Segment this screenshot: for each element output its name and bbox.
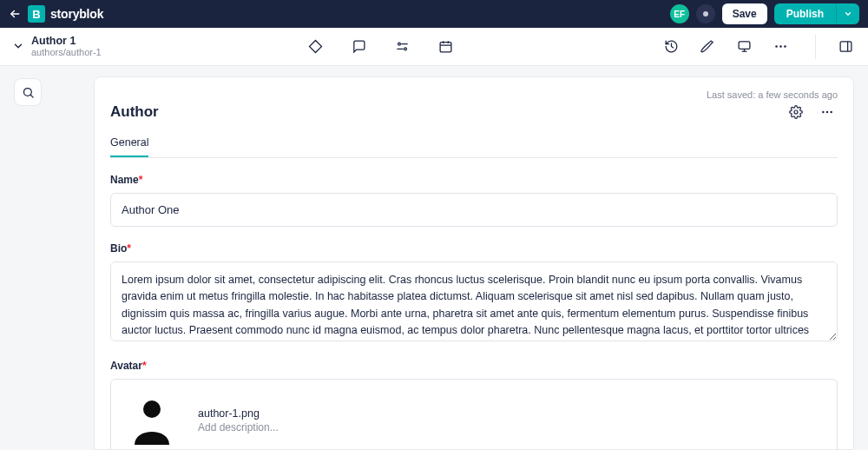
- desktop-preview-icon[interactable]: [733, 36, 754, 57]
- svg-point-15: [784, 45, 786, 48]
- content-type-title: Author: [110, 103, 159, 121]
- svg-point-4: [404, 48, 407, 50]
- avatar-asset[interactable]: author-1.png Add description...: [110, 379, 838, 450]
- svg-rect-10: [739, 42, 750, 50]
- field-bio-label: Bio*: [110, 242, 838, 255]
- brand-name: storyblok: [50, 7, 103, 21]
- content-panel: Last saved: a few seconds ago Author Gen…: [94, 76, 854, 450]
- toolbar-center-tools: [110, 36, 652, 57]
- search-button[interactable]: [14, 78, 42, 106]
- config-icon[interactable]: [392, 36, 413, 57]
- bio-textarea[interactable]: [110, 261, 838, 341]
- svg-point-13: [775, 45, 778, 48]
- field-name-label: Name*: [110, 174, 838, 186]
- tags-icon[interactable]: [306, 36, 326, 57]
- schedule-icon[interactable]: [436, 36, 457, 57]
- field-avatar: Avatar* author-1.png Add description...: [110, 360, 838, 450]
- toolbar-right-tools: [661, 35, 856, 59]
- entry-slug: authors/author-1: [31, 47, 102, 58]
- record-button[interactable]: [696, 4, 715, 23]
- brand-logo: B storyblok: [28, 5, 103, 23]
- field-name: Name*: [110, 174, 838, 227]
- avatar-description-placeholder[interactable]: Add description...: [198, 421, 279, 433]
- history-icon[interactable]: [661, 36, 681, 57]
- topbar: B storyblok EF Save Publish: [0, 0, 868, 28]
- panel-toggle-icon[interactable]: [835, 36, 856, 57]
- entry-expand-toggle[interactable]: [12, 40, 24, 52]
- avatar-filename: author-1.png: [198, 407, 279, 420]
- user-avatar[interactable]: EF: [670, 4, 689, 23]
- svg-point-24: [143, 400, 161, 418]
- svg-rect-6: [440, 43, 451, 52]
- draw-icon[interactable]: [697, 36, 718, 57]
- svg-point-23: [830, 111, 832, 113]
- editor-toolbar: Author 1 authors/author-1: [0, 28, 868, 66]
- record-dot-icon: [703, 11, 708, 17]
- more-icon[interactable]: [770, 36, 791, 57]
- tab-general[interactable]: General: [110, 131, 148, 157]
- last-saved-text: Last saved: a few seconds ago: [110, 89, 838, 100]
- svg-point-2: [398, 43, 401, 45]
- toolbar-divider: [815, 35, 816, 59]
- content-more-icon[interactable]: [817, 102, 838, 122]
- publish-dropdown-button[interactable]: [836, 3, 859, 24]
- publish-button-group: Publish: [774, 3, 859, 24]
- svg-point-20: [794, 110, 798, 114]
- publish-button[interactable]: Publish: [774, 3, 836, 24]
- svg-line-19: [30, 95, 33, 97]
- save-button[interactable]: Save: [722, 3, 767, 24]
- field-bio: Bio*: [110, 242, 838, 344]
- comments-icon[interactable]: [349, 36, 370, 57]
- name-input[interactable]: [110, 193, 838, 227]
- gear-icon[interactable]: [786, 102, 806, 122]
- avatar-thumbnail: [122, 390, 182, 450]
- brand-logo-icon: B: [28, 5, 45, 23]
- entry-title: Author 1: [31, 35, 102, 47]
- svg-point-21: [822, 111, 824, 113]
- back-button[interactable]: [9, 8, 21, 20]
- svg-rect-16: [840, 42, 852, 51]
- svg-point-22: [826, 111, 828, 113]
- field-avatar-label: Avatar*: [110, 360, 838, 372]
- svg-rect-1: [310, 40, 322, 52]
- tabs: General: [110, 131, 838, 158]
- svg-point-14: [779, 45, 782, 48]
- entry-info: Author 1 authors/author-1: [12, 35, 102, 58]
